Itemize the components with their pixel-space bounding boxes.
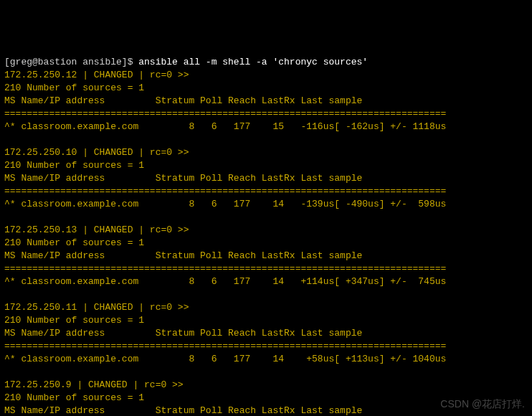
source-row: ^* classroom.example.com 8 6 177 14 +58u… xyxy=(4,353,528,366)
prompt: [greg@bastion ansible]$ xyxy=(4,57,138,67)
divider: ========================================… xyxy=(4,108,528,120)
sources-count: 210 Number of sources = 1 xyxy=(4,237,528,250)
sources-count: 210 Number of sources = 1 xyxy=(4,159,528,172)
host-status: 172.25.250.9 | CHANGED | rc=0 >> xyxy=(4,379,528,392)
source-row: ^* classroom.example.com 8 6 177 14 +114… xyxy=(4,275,528,288)
divider: ========================================… xyxy=(4,263,528,275)
host-status: 172.25.250.11 | CHANGED | rc=0 >> xyxy=(4,301,528,314)
column-header: MS Name/IP address Stratum Poll Reach La… xyxy=(4,250,528,263)
host-status: 172.25.250.12 | CHANGED | rc=0 >> xyxy=(4,69,528,82)
watermark: CSDN @花店打烊. xyxy=(440,397,525,410)
column-header: MS Name/IP address Stratum Poll Reach La… xyxy=(4,327,528,340)
blank-line xyxy=(4,211,528,224)
divider: ========================================… xyxy=(4,185,528,198)
command-text: ansible all -m shell -a 'chronyc sources… xyxy=(138,57,368,67)
divider: ========================================… xyxy=(4,340,528,353)
source-row: ^* classroom.example.com 8 6 177 15 -116… xyxy=(4,120,528,133)
source-row: ^* classroom.example.com 8 6 177 14 -139… xyxy=(4,198,528,211)
terminal-output[interactable]: [greg@bastion ansible]$ ansible all -m s… xyxy=(4,56,528,416)
blank-line xyxy=(4,288,528,301)
column-header: MS Name/IP address Stratum Poll Reach La… xyxy=(4,95,528,108)
blank-line xyxy=(4,133,528,146)
column-header: MS Name/IP address Stratum Poll Reach La… xyxy=(4,172,528,185)
host-status: 172.25.250.10 | CHANGED | rc=0 >> xyxy=(4,146,528,159)
host-status: 172.25.250.13 | CHANGED | rc=0 >> xyxy=(4,224,528,237)
sources-count: 210 Number of sources = 1 xyxy=(4,82,528,95)
blank-line xyxy=(4,366,528,379)
sources-count: 210 Number of sources = 1 xyxy=(4,314,528,327)
